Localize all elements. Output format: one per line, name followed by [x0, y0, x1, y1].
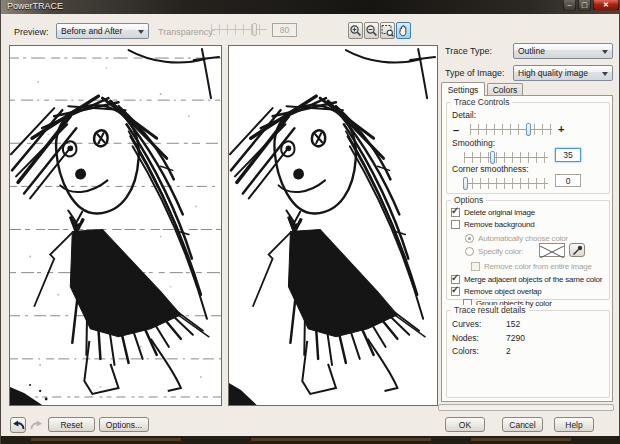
redo-button	[28, 417, 44, 433]
checkbox-label: Merge adjacent objects of the same color	[464, 275, 602, 284]
checkbox-icon: ✓	[451, 208, 460, 217]
radio-icon	[465, 234, 474, 243]
options-button[interactable]: Options...	[99, 417, 149, 432]
transparency-label: Transparency:	[158, 27, 215, 37]
preview-label: Preview:	[14, 27, 49, 37]
no-color-x-icon	[540, 246, 564, 258]
curves-value: 152	[506, 319, 520, 329]
minimize-button[interactable]: –	[563, 0, 576, 11]
smoothing-value-field[interactable]: 35	[555, 148, 581, 162]
radio-label: Specify color:	[478, 247, 523, 256]
maximize-button[interactable]: ▢	[578, 0, 591, 11]
redo-icon	[30, 419, 43, 431]
powertrace-dialog: PowerTRACE – ▢ ✕ Preview: Before and Aft…	[0, 0, 620, 444]
settings-tab-page: Trace Controls Detail: – + Smoothing: 35…	[441, 95, 613, 402]
color-well-none	[539, 243, 565, 257]
transparency-slider-thumb	[252, 23, 257, 36]
nodes-label: Nodes:	[452, 333, 479, 343]
colors-label: Colors:	[452, 346, 479, 356]
smoothing-slider-thumb[interactable]	[490, 151, 495, 164]
corner-smoothness-slider-thumb[interactable]	[463, 177, 468, 190]
checkbox-delete-original-image[interactable]: ✓ Delete original image	[451, 207, 535, 218]
window-title: PowerTRACE	[7, 1, 63, 11]
colors-value: 2	[506, 346, 511, 356]
traced-result-image	[229, 46, 437, 405]
undo-button[interactable]	[10, 417, 26, 433]
zoom-in-icon	[349, 24, 362, 37]
checkbox-icon: ✓	[451, 275, 460, 284]
preview-dropdown-value: Before and After	[61, 26, 122, 36]
traced-preview-panel[interactable]	[228, 45, 438, 406]
original-preview-panel[interactable]	[9, 45, 222, 406]
checkbox-label: Delete original image	[464, 208, 535, 217]
pan-tool-button[interactable]	[396, 22, 411, 39]
smoothing-label: Smoothing:	[452, 138, 495, 148]
zoom-to-fit-icon	[381, 24, 394, 37]
zoom-to-fit-button[interactable]	[380, 22, 395, 39]
detail-minus-button[interactable]: –	[453, 125, 459, 135]
title-bar[interactable]: PowerTRACE	[1, 0, 619, 14]
radio-specify-color: Specify color:	[465, 246, 523, 257]
corner-smoothness-label: Corner smoothness:	[452, 164, 529, 174]
checkbox-label: Remove object overlap	[464, 287, 542, 296]
checkbox-label: Remove color from entire image	[484, 262, 592, 271]
trace-type-value: Outline	[518, 46, 545, 56]
progress-bar	[438, 404, 614, 411]
corner-smoothness-value-field[interactable]: 0	[555, 174, 581, 187]
trace-type-dropdown[interactable]: Outline	[513, 43, 613, 59]
reset-button[interactable]: Reset	[48, 417, 95, 432]
close-button[interactable]: ✕	[593, 0, 619, 11]
checkbox-label: Remove background	[464, 220, 534, 229]
zoom-out-button[interactable]	[364, 22, 379, 39]
pan-hand-icon	[397, 24, 410, 37]
smoothing-slider[interactable]	[464, 152, 548, 163]
zoom-in-button[interactable]	[348, 22, 363, 39]
trace-controls-title: Trace Controls	[451, 97, 512, 107]
radio-icon	[465, 247, 474, 256]
curves-label: Curves:	[452, 319, 481, 329]
trace-result-details-title: Trace result details	[451, 305, 529, 315]
checkbox-icon: ✓	[451, 220, 460, 229]
detail-slider-thumb[interactable]	[526, 123, 531, 136]
options-title: Options	[451, 195, 486, 205]
checkbox-icon: ✓	[451, 287, 460, 296]
chevron-down-icon	[602, 72, 608, 76]
type-of-image-dropdown[interactable]: High quality image	[513, 65, 613, 81]
chevron-down-icon	[138, 30, 144, 34]
help-button[interactable]: Help	[554, 417, 594, 432]
checkbox-remove-background[interactable]: ✓ Remove background	[451, 219, 534, 230]
checkbox-merge-adjacent-objects[interactable]: ✓ Merge adjacent objects of the same col…	[451, 274, 602, 285]
type-of-image-value: High quality image	[518, 68, 588, 78]
background-window-strip	[1, 436, 620, 444]
chevron-down-icon	[602, 50, 608, 54]
nodes-value: 7290	[506, 333, 525, 343]
checkbox-remove-color-entire-image: ✓ Remove color from entire image	[471, 261, 592, 272]
preview-dropdown[interactable]: Before and After	[56, 23, 149, 39]
detail-plus-button[interactable]: +	[558, 124, 564, 134]
checkbox-icon: ✓	[471, 262, 480, 271]
detail-slider[interactable]	[470, 124, 552, 135]
transparency-slider	[211, 24, 267, 35]
type-of-image-label: Type of Image:	[445, 68, 505, 78]
detail-label: Detail:	[452, 110, 476, 120]
eyedropper-icon	[572, 245, 583, 256]
original-sketch-image	[10, 46, 221, 405]
corner-smoothness-slider[interactable]	[464, 178, 548, 189]
zoom-out-icon	[365, 24, 378, 37]
eyedropper-button	[569, 243, 585, 257]
ok-button[interactable]: OK	[445, 417, 485, 432]
radio-label: Automatically choose color	[478, 234, 568, 243]
checkbox-remove-object-overlap[interactable]: ✓ Remove object overlap	[451, 286, 542, 297]
cancel-button[interactable]: Cancel	[502, 417, 543, 432]
undo-icon	[12, 419, 25, 431]
tab-settings[interactable]: Settings	[441, 82, 485, 96]
transparency-value-field: 80	[272, 23, 297, 37]
trace-type-label: Trace Type:	[445, 46, 492, 56]
